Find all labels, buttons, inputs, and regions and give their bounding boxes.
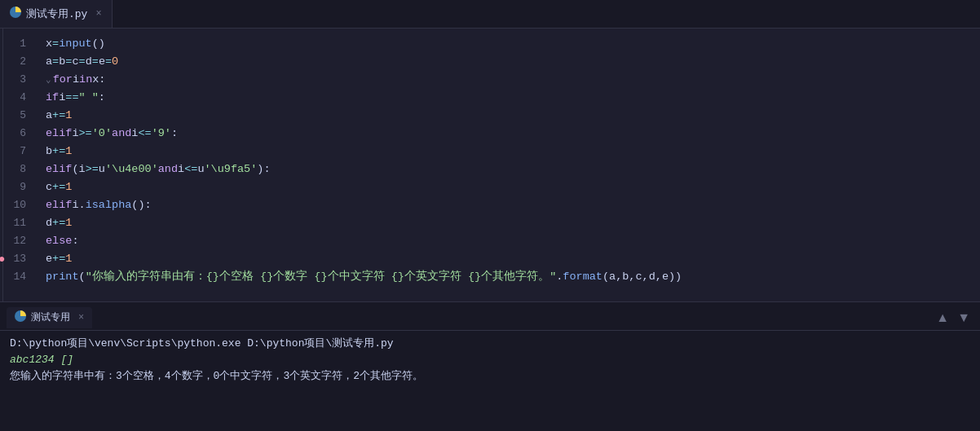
- editor-area: 123456789101112●1314 x = input()a=b=c=d=…: [0, 29, 980, 301]
- line-number-7: 7: [3, 143, 33, 161]
- line-number-8: 8: [3, 161, 33, 178]
- terminal-python-icon: [15, 310, 26, 325]
- code-line-10[interactable]: elif i.isalpha():: [46, 196, 980, 214]
- code-line-11[interactable]: d += 1: [46, 214, 980, 232]
- line-number-6: 6: [3, 125, 33, 143]
- code-content[interactable]: x = input()a=b=c=d=e=0⌄for i in x: if i …: [42, 29, 980, 301]
- terminal-tab-bar: 测试专用 × ▲ ▼: [0, 305, 980, 331]
- python-icon: [10, 7, 21, 21]
- line-number-1: 1: [3, 35, 33, 53]
- code-line-8[interactable]: elif (i >= u'\u4e00' and i <= u'\u9fa5')…: [46, 161, 980, 178]
- terminal-controls: ▲ ▼: [933, 310, 973, 326]
- code-line-13[interactable]: e += 1: [46, 250, 980, 268]
- code-line-1[interactable]: x = input(): [46, 35, 980, 53]
- tab-close-button[interactable]: ×: [95, 8, 101, 20]
- terminal-input-value: abc1234 []: [10, 354, 73, 366]
- line-numbers-gutter: 123456789101112●1314: [3, 29, 42, 301]
- code-line-5[interactable]: a += 1: [46, 107, 980, 125]
- code-line-3[interactable]: ⌄for i in x:: [46, 71, 980, 89]
- line-number-12: 12: [3, 232, 33, 250]
- line-number-13: ●13: [3, 250, 33, 268]
- terminal-content[interactable]: D:\python项目\venv\Scripts\python.exe D:\p…: [0, 331, 980, 431]
- line-number-10: 10: [3, 196, 33, 214]
- code-line-2[interactable]: a=b=c=d=e=0: [46, 53, 980, 71]
- terminal-tab[interactable]: 测试专用 ×: [7, 307, 92, 328]
- line-number-11: 11: [3, 214, 33, 232]
- terminal-scroll-up[interactable]: ▲: [933, 310, 952, 326]
- editor-tab[interactable]: 测试专用.py ×: [0, 0, 113, 28]
- terminal-cmd-text: D:\python项目\venv\Scripts\python.exe D:\p…: [10, 337, 394, 350]
- tab-filename: 测试专用.py: [26, 7, 87, 21]
- terminal-input-echo: abc1234 []: [10, 352, 970, 368]
- code-line-7[interactable]: b += 1: [46, 143, 980, 161]
- terminal-command-line: D:\python项目\venv\Scripts\python.exe D:\p…: [10, 336, 970, 352]
- code-line-4[interactable]: if i == " ":: [46, 89, 980, 107]
- terminal-tab-label: 测试专用: [31, 310, 70, 324]
- code-line-6[interactable]: elif i >= '0' and i <= '9':: [46, 125, 980, 143]
- line-number-14: 14: [3, 268, 33, 286]
- terminal-tab-close[interactable]: ×: [78, 312, 84, 323]
- fold-marker-3[interactable]: ⌄: [46, 71, 51, 89]
- code-line-12[interactable]: else:: [46, 232, 980, 250]
- terminal-output-text: 您输入的字符串中有：3个空格，4个数字，0个中文字符，3个英文字符，2个其他字符…: [10, 370, 423, 382]
- code-line-14[interactable]: print("你输入的字符串由有：{}个空格 {}个数字 {}个中文字符 {}个…: [46, 268, 980, 286]
- line-number-5: 5: [3, 107, 33, 125]
- terminal-output-line: 您输入的字符串中有：3个空格，4个数字，0个中文字符，3个英文字符，2个其他字符…: [10, 368, 970, 385]
- editor-tab-bar: 测试专用.py ×: [0, 0, 980, 29]
- line-number-2: 2: [3, 53, 33, 71]
- line-number-9: 9: [3, 178, 33, 196]
- terminal-panel: 测试专用 × ▲ ▼ D:\python项目\venv\Scripts\pyth…: [0, 305, 980, 431]
- line-number-4: 4: [3, 89, 33, 107]
- breakpoint-icon-13: ●: [0, 250, 5, 268]
- terminal-scroll-down[interactable]: ▼: [954, 310, 973, 326]
- code-line-9[interactable]: c += 1: [46, 178, 980, 196]
- line-number-3: 3: [3, 71, 33, 89]
